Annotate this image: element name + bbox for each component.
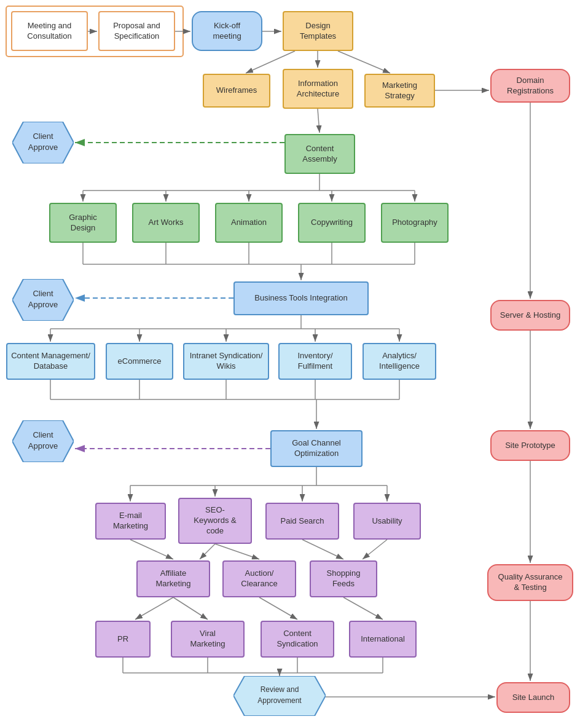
biz-tools-label: Business Tools Integration — [254, 293, 348, 304]
usability-label: Usability — [372, 516, 402, 527]
svg-text:Approve: Approve — [28, 300, 58, 309]
content-mgmt-node: Content Management/Database — [6, 343, 95, 380]
meeting-label: Meeting and Consultation — [16, 21, 83, 42]
email-marketing-label: E-mailMarketing — [113, 511, 148, 532]
qa-testing-node: Quality Assurance& Testing — [487, 564, 573, 601]
graphic-design-node: GraphicDesign — [49, 203, 117, 243]
svg-line-55 — [200, 544, 215, 559]
svg-line-59 — [135, 597, 173, 619]
shopping-feeds-node: ShoppingFeeds — [310, 560, 377, 597]
auction-label: Auction/Clearance — [241, 568, 277, 589]
marketing-strategy-label: MarketingStrategy — [382, 81, 417, 101]
kickoff-node: Kick-offmeeting — [192, 11, 262, 51]
affiliate-label: AffiliateMarketing — [155, 568, 190, 589]
shopping-feeds-label: ShoppingFeeds — [327, 568, 361, 589]
pr-label: PR — [117, 634, 128, 645]
viral-marketing-label: ViralMarketing — [190, 629, 225, 650]
inventory-label: Inventory/Fulfilment — [297, 351, 332, 372]
wireframes-label: Wireframes — [216, 85, 257, 96]
client-approve-3-node: Client Approve — [12, 420, 74, 462]
svg-text:Client: Client — [33, 132, 53, 141]
svg-text:Approvement: Approvement — [257, 696, 302, 705]
proposal-node: Proposal andSpecification — [98, 11, 175, 51]
intranet-node: Intranet Syndication/Wikis — [183, 343, 269, 380]
site-launch-node: Site Launch — [496, 682, 570, 713]
diagram-container: Meeting and Consultation Proposal andSpe… — [0, 0, 588, 727]
analytics-label: Analytics/Intelligence — [379, 351, 420, 372]
svg-text:Review and: Review and — [261, 685, 299, 694]
affiliate-node: AffiliateMarketing — [136, 560, 210, 597]
content-assembly-node: ContentAssembly — [284, 134, 355, 174]
goal-channel-node: Goal ChannelOptimization — [270, 430, 363, 467]
ecommerce-node: eCommerce — [106, 343, 173, 380]
domain-node: DomainRegistrations — [490, 69, 570, 103]
svg-text:Client: Client — [33, 430, 53, 439]
server-hosting-node: Server & Hosting — [490, 300, 570, 331]
paid-search-label: Paid Search — [281, 516, 324, 527]
marketing-strategy-node: MarketingStrategy — [364, 74, 435, 108]
content-syndication-node: ContentSyndication — [261, 621, 334, 658]
art-works-node: Art Works — [132, 203, 200, 243]
svg-text:Client: Client — [33, 289, 53, 298]
analytics-node: Analytics/Intelligence — [363, 343, 436, 380]
svg-line-56 — [215, 544, 259, 559]
content-mgmt-label: Content Management/Database — [11, 351, 90, 372]
info-arch-label: InformationArchitecture — [297, 79, 339, 100]
inventory-node: Inventory/Fulfilment — [278, 343, 352, 380]
proposal-label: Proposal andSpecification — [113, 21, 160, 42]
meeting-consultation-node: Meeting and Consultation — [11, 11, 88, 51]
seo-label: SEO-Keywords &code — [194, 505, 236, 536]
animation-node: Animation — [215, 203, 283, 243]
site-prototype-label: Site Prototype — [505, 441, 555, 451]
ecommerce-label: eCommerce — [118, 356, 162, 367]
design-templates-label: DesignTemplates — [300, 21, 336, 42]
info-arch-node: InformationArchitecture — [283, 69, 353, 109]
client-approve-1-node: Client Approve — [12, 122, 74, 163]
photography-node: Photography — [381, 203, 449, 243]
pr-node: PR — [95, 621, 151, 658]
international-label: International — [361, 634, 405, 645]
animation-label: Animation — [231, 218, 267, 228]
svg-text:Approve: Approve — [28, 143, 58, 152]
svg-line-54 — [130, 540, 173, 559]
site-prototype-node: Site Prototype — [490, 430, 570, 461]
copywriting-label: Copywriting — [311, 218, 353, 228]
svg-line-16 — [318, 109, 319, 133]
domain-label: DomainRegistrations — [507, 76, 554, 96]
goal-channel-label: Goal ChannelOptimization — [292, 438, 341, 459]
svg-line-57 — [302, 540, 343, 559]
kickoff-label: Kick-offmeeting — [213, 21, 241, 42]
seo-node: SEO-Keywords &code — [178, 498, 252, 544]
content-syndication-label: ContentSyndication — [276, 629, 318, 650]
review-node: Review and Approvement — [233, 676, 326, 716]
server-hosting-label: Server & Hosting — [500, 310, 560, 321]
email-marketing-node: E-mailMarketing — [95, 503, 166, 540]
paid-search-node: Paid Search — [265, 503, 339, 540]
svg-line-60 — [173, 597, 208, 619]
wireframes-node: Wireframes — [203, 74, 270, 108]
photography-label: Photography — [392, 218, 437, 228]
biz-tools-node: Business Tools Integration — [233, 281, 369, 315]
svg-line-62 — [343, 597, 383, 619]
design-templates-node: DesignTemplates — [283, 11, 353, 51]
svg-line-61 — [259, 597, 297, 619]
content-assembly-label: ContentAssembly — [302, 144, 337, 165]
svg-line-58 — [363, 540, 387, 559]
svg-text:Approve: Approve — [28, 441, 58, 450]
international-node: International — [349, 621, 417, 658]
client-approve-2-node: Client Approve — [12, 279, 74, 321]
viral-marketing-node: ViralMarketing — [171, 621, 245, 658]
graphic-design-label: GraphicDesign — [69, 213, 97, 234]
auction-node: Auction/Clearance — [222, 560, 296, 597]
intranet-label: Intranet Syndication/Wikis — [190, 351, 263, 372]
qa-testing-label: Quality Assurance& Testing — [498, 572, 563, 593]
copywriting-node: Copywriting — [298, 203, 366, 243]
art-works-label: Art Works — [149, 218, 184, 228]
usability-node: Usability — [353, 503, 421, 540]
site-launch-label: Site Launch — [512, 693, 555, 703]
